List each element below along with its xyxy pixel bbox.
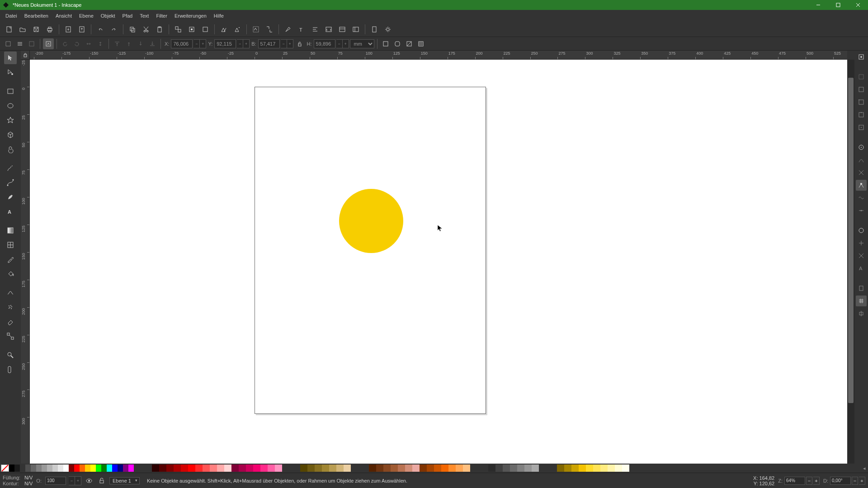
swatch[interactable] <box>85 465 90 472</box>
deselect-button[interactable] <box>26 38 37 49</box>
select-all-layers-button[interactable] <box>3 38 14 49</box>
text-tool[interactable]: A <box>4 205 17 218</box>
text-tool-button[interactable]: T <box>295 23 308 36</box>
swatch[interactable] <box>25 465 31 472</box>
menu-objekt[interactable]: Objekt <box>97 12 119 20</box>
rot-decrement[interactable]: − <box>852 477 858 485</box>
swatch[interactable] <box>398 465 405 472</box>
swatch[interactable] <box>181 465 188 472</box>
pencil-tool[interactable] <box>4 162 17 174</box>
swatch[interactable] <box>260 465 268 472</box>
swatch[interactable] <box>268 465 275 472</box>
rotate-cw-button[interactable] <box>71 38 82 49</box>
print-button[interactable] <box>43 23 56 36</box>
snap-nodes-button[interactable] <box>856 142 867 153</box>
xml-editor-button[interactable] <box>322 23 335 36</box>
swatch[interactable] <box>593 465 600 472</box>
ruler-lock-icon[interactable] <box>21 51 30 60</box>
swatch[interactable] <box>405 465 412 472</box>
ellipse-tool[interactable] <box>4 99 17 112</box>
swatch[interactable] <box>315 465 322 472</box>
swatch[interactable] <box>510 465 517 472</box>
paste-button[interactable] <box>153 23 166 36</box>
swatch[interactable] <box>246 465 253 472</box>
toggle-bbox-button[interactable] <box>43 38 54 49</box>
layer-lock-button[interactable] <box>97 476 107 486</box>
unit-select[interactable]: mm <box>350 39 374 48</box>
scrollbar-vertical[interactable] <box>847 60 854 465</box>
connector-tool[interactable] <box>4 330 17 343</box>
scrollbar-v-thumb[interactable] <box>848 78 854 403</box>
measure-tool[interactable] <box>4 363 17 376</box>
swatch[interactable] <box>503 465 510 472</box>
swatch[interactable] <box>69 465 74 472</box>
open-doc-button[interactable] <box>16 23 29 36</box>
zoom-selection-button[interactable] <box>172 23 184 36</box>
menu-hilfe[interactable]: Hilfe <box>210 12 227 20</box>
rotate-ccw-button[interactable] <box>60 38 71 49</box>
swatch[interactable] <box>427 465 434 472</box>
cut-button[interactable] <box>140 23 152 36</box>
swatch[interactable] <box>571 465 579 472</box>
opacity-input[interactable] <box>45 477 66 485</box>
swatch[interactable] <box>615 465 622 472</box>
selector-tool[interactable] <box>4 52 17 64</box>
swatch[interactable] <box>128 465 134 472</box>
layers-button[interactable] <box>336 23 349 36</box>
flip-h-button[interactable] <box>83 38 94 49</box>
opacity-increment[interactable]: + <box>75 476 81 485</box>
swatch[interactable] <box>564 465 571 472</box>
swatch[interactable] <box>159 465 166 472</box>
redo-button[interactable] <box>108 23 120 36</box>
new-doc-button[interactable] <box>3 23 15 36</box>
zoom-page-button[interactable] <box>199 23 212 36</box>
paintbucket-tool[interactable] <box>4 267 17 280</box>
opacity-decrement[interactable]: − <box>69 476 75 485</box>
swatch[interactable] <box>600 465 608 472</box>
swatch[interactable] <box>80 465 85 472</box>
swatch[interactable] <box>14 465 20 472</box>
zoom-input[interactable] <box>784 477 805 485</box>
eraser-tool[interactable] <box>4 315 17 328</box>
w-increment[interactable]: + <box>287 39 293 48</box>
snap-others-button[interactable] <box>856 225 867 236</box>
export-button[interactable] <box>75 23 88 36</box>
swatch[interactable] <box>488 465 495 472</box>
maximize-button[interactable] <box>828 0 848 10</box>
swatch[interactable] <box>174 465 181 472</box>
y-increment[interactable]: + <box>243 39 250 48</box>
swatch[interactable] <box>224 465 231 472</box>
lower-bottom-button[interactable] <box>147 38 158 49</box>
zoom-tool[interactable] <box>4 349 17 361</box>
raise-button[interactable] <box>123 38 134 49</box>
swatch[interactable] <box>101 465 107 472</box>
swatch[interactable] <box>47 465 52 472</box>
swatch[interactable] <box>369 465 376 472</box>
swatch[interactable] <box>166 465 174 472</box>
move-pattern-button[interactable] <box>415 38 426 49</box>
gradient-tool[interactable] <box>4 224 17 237</box>
swatch[interactable] <box>52 465 58 472</box>
swatch[interactable] <box>391 465 398 472</box>
clone-button[interactable] <box>231 23 244 36</box>
undo-button[interactable] <box>94 23 107 36</box>
swatch[interactable] <box>36 465 42 472</box>
fill-stroke-button[interactable] <box>282 23 294 36</box>
layer-visibility-button[interactable] <box>84 476 94 486</box>
snap-rotation-button[interactable] <box>856 250 867 261</box>
swatch[interactable] <box>118 465 123 472</box>
swatch[interactable] <box>203 465 210 472</box>
fill-stroke-indicator[interactable]: Füllung:N/V Kontur:N/V <box>3 475 33 486</box>
y-decrement[interactable]: − <box>237 39 243 48</box>
swatch[interactable] <box>579 465 586 472</box>
swatch[interactable] <box>608 465 615 472</box>
swatch[interactable] <box>239 465 246 472</box>
x-input[interactable] <box>171 39 193 48</box>
swatch[interactable] <box>152 465 159 472</box>
snap-guide-button[interactable] <box>856 308 867 319</box>
rectangle-tool[interactable] <box>4 85 17 98</box>
swatch[interactable] <box>322 465 329 472</box>
ruler-horizontal[interactable]: -200-175-150-125-100-75-50-2502550751001… <box>30 51 847 60</box>
menu-filter[interactable]: Filter <box>152 12 170 20</box>
palette-menu-icon[interactable]: ◂ <box>861 465 868 472</box>
